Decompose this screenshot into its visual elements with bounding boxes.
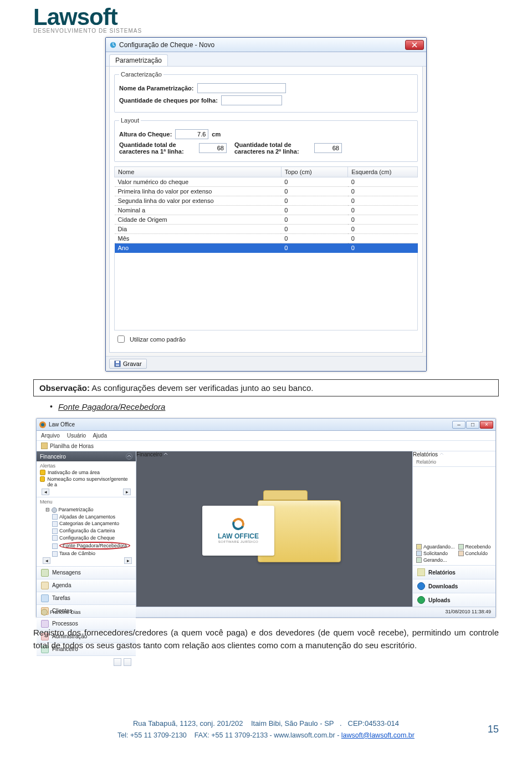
- label-qtd-folha: Quantidade de cheques por folha:: [119, 97, 218, 104]
- right-panel: Relatórios Relatório Aguardando... Receb…: [412, 451, 495, 607]
- label-qtd1: Quantidade total de caracteres na 1ª lin…: [119, 141, 191, 155]
- app-close-button[interactable]: ×: [480, 421, 493, 429]
- titlebar[interactable]: Configuração de Cheque - Novo: [106, 38, 426, 52]
- checkbox-default[interactable]: [117, 335, 125, 343]
- svg-rect-2: [116, 361, 119, 363]
- group-caracterizacao: Caracterização Nome da Parametrização: Q…: [114, 71, 418, 113]
- right-panel-head[interactable]: Relatórios: [413, 451, 495, 457]
- main-area: Financeiro LAW OFFICE SOFTWARE JURÍDICO: [136, 451, 412, 607]
- right-item-relatorios[interactable]: Relatórios: [413, 565, 495, 579]
- sub-toolbar[interactable]: Planilha de Horas: [37, 441, 495, 451]
- table-row[interactable]: Dia00: [115, 225, 418, 234]
- alerts-head: Alertas: [40, 463, 132, 469]
- alert-item[interactable]: Nomeação como supervisor/gerente de a: [40, 476, 132, 487]
- input-nome-param[interactable]: [197, 83, 286, 93]
- observation-box: Observação: As configurações devem ser v…: [33, 379, 499, 396]
- sidenav-agenda[interactable]: Agenda: [37, 579, 136, 592]
- panel-head-financeiro[interactable]: Financeiro: [37, 451, 136, 461]
- mini-scrollbar[interactable]: ◂▸: [41, 557, 134, 564]
- page-footer: Rua Tabapuã, 1123, conj. 201/202 Itaim B…: [33, 718, 499, 741]
- table-row[interactable]: Segunda linha do valor por extenso00: [115, 196, 418, 206]
- sidenav-collapse-icons[interactable]: [37, 655, 136, 668]
- table-empty-area: [114, 253, 418, 330]
- tree-item[interactable]: Taxa de Câmbio: [41, 550, 134, 557]
- tree-root[interactable]: ⊟ Parametrização: [41, 506, 134, 513]
- input-qtd-folha[interactable]: [221, 95, 282, 105]
- sidenav: Mensagens Agenda Tarefas Clientes Proces…: [37, 566, 136, 668]
- col-nome[interactable]: Nome: [115, 167, 282, 177]
- save-icon: [114, 360, 121, 367]
- label-altura: Altura do Cheque:: [119, 131, 172, 138]
- tree-item[interactable]: Configuração de Cheque: [41, 535, 134, 542]
- label-default: Utilizar como padrão: [130, 336, 186, 343]
- footer-cep: CEP:04533-014: [348, 719, 400, 728]
- close-button[interactable]: [405, 40, 424, 50]
- sidenav-mensagens[interactable]: Mensagens: [37, 566, 136, 579]
- input-qtd1[interactable]: [199, 143, 227, 153]
- bullet-fonte: • Fonte Pagadora/Recebedora: [50, 402, 499, 411]
- user-indicator[interactable]: Francine Dias: [41, 609, 81, 616]
- label-nome-param: Nome da Parametrização:: [119, 85, 194, 91]
- table-row[interactable]: Nominal a00: [115, 206, 418, 215]
- chevron-icon[interactable]: [126, 453, 132, 460]
- doc-icon: [52, 521, 58, 527]
- app-titlebar[interactable]: Law Office – □ ×: [37, 419, 495, 431]
- table-row[interactable]: Cidade de Origem00: [115, 215, 418, 225]
- menu-arquivo[interactable]: Arquivo: [41, 433, 60, 439]
- save-label: Gravar: [123, 360, 142, 367]
- observation-text: As configurações devem ser verificadas j…: [90, 383, 314, 393]
- save-button[interactable]: Gravar: [109, 359, 147, 369]
- chevron-icon[interactable]: [439, 451, 444, 457]
- col-esquerda[interactable]: Esquerda (cm): [348, 167, 418, 177]
- tasks-icon: [41, 594, 49, 602]
- app-title: Law Office: [49, 421, 75, 428]
- brand-header: Lawsoft DESENVOLVIMENTO DE SISTEMAS: [33, 6, 499, 34]
- tree-item[interactable]: Configuração da Carteira: [41, 527, 134, 535]
- maximize-button[interactable]: □: [466, 421, 479, 429]
- minimize-button[interactable]: –: [452, 421, 466, 429]
- cheque-config-window: Configuração de Cheque - Novo Parametriz…: [105, 37, 427, 372]
- table-row[interactable]: Mês00: [115, 234, 418, 243]
- alert-item[interactable]: Inativação de uma área: [40, 470, 132, 475]
- footer-address: Rua Tabapuã, 1123, conj. 201/202: [133, 719, 243, 728]
- table-row[interactable]: Primeira linha do valor por extenso00: [115, 187, 418, 196]
- tree-item-highlighted[interactable]: Fonte Pagadora/Recebedora: [41, 541, 134, 550]
- right-item-uploads[interactable]: Uploads: [413, 593, 495, 607]
- nav-tree[interactable]: ⊟ Parametrização Alçadas de Lançamentos …: [37, 506, 136, 566]
- sidenav-tarefas[interactable]: Tarefas: [37, 592, 136, 604]
- input-qtd2[interactable]: [314, 143, 342, 153]
- messages-icon: [41, 569, 49, 577]
- label-qtd2: Quantidade total de caracteres na 2ª lin…: [234, 141, 306, 155]
- welcome-illustration: LAW OFFICE SOFTWARE JURÍDICO: [202, 490, 346, 568]
- menu-ajuda[interactable]: Ajuda: [93, 433, 107, 439]
- right-sub-head: Relatório: [413, 457, 495, 467]
- calendar-icon: [41, 582, 49, 589]
- table-row[interactable]: Valor numérico do cheque00: [115, 177, 418, 187]
- svg-point-5: [41, 423, 44, 426]
- table-row[interactable]: Ano00: [115, 243, 418, 253]
- menu-bar[interactable]: Arquivo Usuário Ajuda: [37, 431, 495, 441]
- app-icon: [39, 421, 47, 429]
- planilha-label[interactable]: Planilha de Horas: [50, 443, 94, 449]
- status-item: Gerando...: [416, 557, 455, 563]
- col-topo[interactable]: Topo (cm): [281, 167, 347, 177]
- label-altura-unit: cm: [212, 131, 221, 138]
- brand-name: Lawsoft: [33, 6, 499, 29]
- tab-parametrizacao[interactable]: Parametrização: [109, 54, 168, 66]
- menu-head: Menu: [37, 497, 136, 506]
- tree-item[interactable]: Categorias de Lançamento: [41, 520, 134, 527]
- alerts-panel: Alertas Inativação de uma área Nomeação …: [37, 461, 136, 497]
- mini-scrollbar[interactable]: ◂▸: [40, 489, 132, 495]
- footer-tel: Tel: +55 11 3709-2130: [117, 731, 187, 739]
- menu-usuario[interactable]: Usuário: [67, 433, 86, 439]
- center-panel-head[interactable]: Financeiro: [136, 451, 412, 457]
- tree-item[interactable]: Alçadas de Lançamentos: [41, 513, 134, 521]
- right-item-downloads[interactable]: Downloads: [413, 579, 495, 593]
- chevron-icon[interactable]: [163, 451, 168, 457]
- fields-table[interactable]: Nome Topo (cm) Esquerda (cm) Valor numér…: [114, 166, 418, 253]
- tab-strip: Parametrização: [106, 52, 426, 67]
- footer-email-link[interactable]: lawsoft@lawsoft.com.br: [341, 731, 415, 739]
- legend-layout: Layout: [119, 117, 141, 124]
- input-altura[interactable]: [175, 129, 208, 139]
- status-item: Recebendo: [458, 544, 492, 550]
